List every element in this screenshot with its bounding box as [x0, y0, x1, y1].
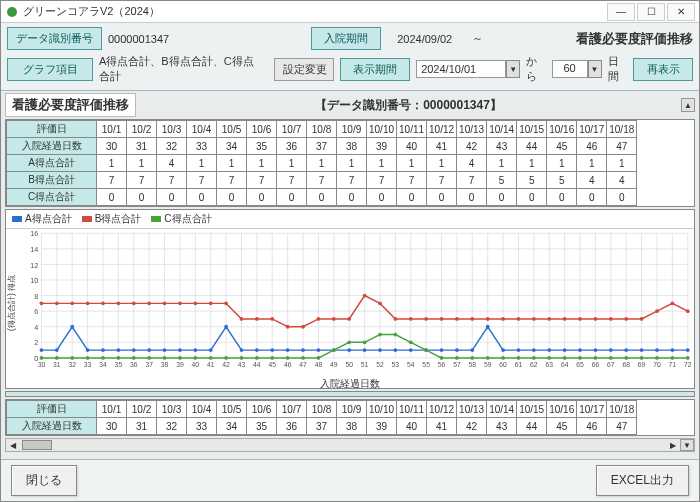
svg-point-195 — [86, 356, 90, 360]
svg-point-234 — [686, 356, 690, 360]
section-title: 看護必要度評価推移 — [5, 93, 136, 117]
table-cell: 46 — [577, 138, 607, 155]
date-header: 10/4 — [187, 401, 217, 418]
scrollbar-thumb[interactable] — [22, 440, 52, 450]
table-cell: 7 — [427, 172, 457, 189]
redisplay-button[interactable]: 再表示 — [633, 58, 693, 81]
svg-text:58: 58 — [469, 361, 477, 368]
table-cell: 0 — [547, 189, 577, 206]
days-input[interactable]: 60 — [552, 60, 588, 78]
display-date-input[interactable]: 2024/10/01 — [416, 60, 506, 78]
svg-point-181 — [532, 317, 536, 321]
date-header: 10/13 — [457, 401, 487, 418]
table-cell: 7 — [97, 172, 127, 189]
minimize-button[interactable]: — — [607, 3, 635, 21]
date-header: 10/15 — [517, 401, 547, 418]
window-title: グリーンコアラV2（2024） — [23, 4, 605, 19]
maximize-button[interactable]: ☐ — [637, 3, 665, 21]
scroll-up-icon[interactable]: ▲ — [681, 98, 695, 112]
date-header: 10/14 — [487, 121, 517, 138]
svg-text:42: 42 — [222, 361, 230, 368]
table-cell: 7 — [247, 172, 277, 189]
date-header: 10/11 — [397, 121, 427, 138]
svg-text:68: 68 — [622, 361, 630, 368]
svg-text:53: 53 — [392, 361, 400, 368]
table-cell: 1 — [427, 155, 457, 172]
svg-point-170 — [363, 294, 367, 298]
svg-point-144 — [624, 348, 628, 352]
svg-point-150 — [55, 301, 59, 305]
horizontal-scrollbar[interactable]: ◀ ▶ ▼ — [5, 438, 695, 452]
svg-point-210 — [317, 356, 321, 360]
svg-point-206 — [255, 356, 259, 360]
main-content: 看護必要度評価推移 【データ識別番号：0000001347】 ▲ 評価日10/1… — [1, 91, 699, 459]
table-cell: 34 — [217, 138, 247, 155]
date-header: 10/3 — [157, 401, 187, 418]
admission-period-button[interactable]: 入院期間 — [311, 27, 381, 50]
svg-point-215 — [393, 333, 397, 337]
excel-export-button[interactable]: EXCEL出力 — [596, 465, 689, 496]
svg-point-0 — [7, 7, 17, 17]
display-period-button[interactable]: 表示期間 — [340, 58, 410, 81]
date-header: 10/1 — [97, 121, 127, 138]
svg-point-227 — [578, 356, 582, 360]
svg-point-157 — [163, 301, 167, 305]
date-header: 10/6 — [247, 401, 277, 418]
svg-point-203 — [209, 356, 213, 360]
svg-point-186 — [609, 317, 613, 321]
settings-button[interactable]: 設定変更 — [274, 58, 334, 81]
table-cell: 1 — [277, 155, 307, 172]
date-header: 10/1 — [97, 401, 127, 418]
scroll-down-icon[interactable]: ▼ — [680, 439, 694, 451]
svg-point-194 — [70, 356, 74, 360]
svg-point-178 — [486, 317, 490, 321]
legend-b: B得点合計 — [95, 212, 142, 226]
svg-point-118 — [224, 325, 228, 329]
svg-point-190 — [670, 301, 674, 305]
table-cell: 31 — [127, 418, 157, 435]
svg-text:44: 44 — [253, 361, 261, 368]
table-cell: 7 — [277, 172, 307, 189]
svg-text:63: 63 — [545, 361, 553, 368]
table-cell: 7 — [457, 172, 487, 189]
close-button[interactable]: 閉じる — [11, 465, 77, 496]
svg-point-140 — [563, 348, 567, 352]
date-dropdown-icon[interactable]: ▼ — [506, 60, 520, 78]
svg-text:36: 36 — [130, 361, 138, 368]
close-window-button[interactable]: ✕ — [667, 3, 695, 21]
svg-point-171 — [378, 301, 382, 305]
date-header: 10/2 — [127, 401, 157, 418]
svg-point-115 — [178, 348, 182, 352]
svg-point-145 — [640, 348, 644, 352]
table-cell: 39 — [367, 418, 397, 435]
table-cell: 31 — [127, 138, 157, 155]
table-cell: 0 — [277, 189, 307, 206]
svg-point-185 — [594, 317, 598, 321]
table-cell: 4 — [157, 155, 187, 172]
table-cell: 36 — [277, 418, 307, 435]
date-header: 10/15 — [517, 121, 547, 138]
graph-item-button[interactable]: グラフ項目 — [7, 58, 93, 81]
svg-point-162 — [240, 317, 244, 321]
date-header: 10/18 — [607, 401, 637, 418]
svg-point-116 — [193, 348, 197, 352]
svg-point-211 — [332, 348, 336, 352]
svg-text:62: 62 — [530, 361, 538, 368]
svg-point-133 — [455, 348, 459, 352]
svg-text:72: 72 — [684, 361, 692, 368]
svg-point-159 — [193, 301, 197, 305]
svg-point-130 — [409, 348, 413, 352]
svg-text:31: 31 — [53, 361, 61, 368]
table-cell: 0 — [487, 189, 517, 206]
svg-point-129 — [393, 348, 397, 352]
svg-point-212 — [347, 340, 351, 344]
days-dropdown-icon[interactable]: ▼ — [588, 60, 602, 78]
table-cell: 33 — [187, 418, 217, 435]
svg-point-217 — [424, 348, 428, 352]
svg-point-198 — [132, 356, 136, 360]
data-id-button[interactable]: データ識別番号 — [7, 27, 102, 50]
table-cell: 1 — [607, 155, 637, 172]
tilde: ～ — [472, 31, 483, 46]
svg-text:4: 4 — [34, 323, 38, 332]
svg-point-179 — [501, 317, 505, 321]
